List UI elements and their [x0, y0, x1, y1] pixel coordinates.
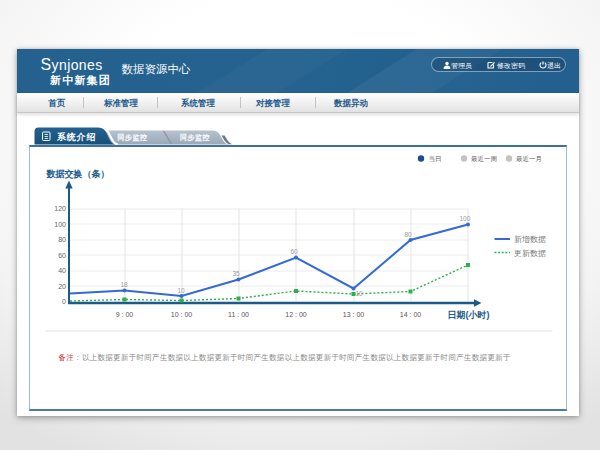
svg-text:40: 40 [58, 267, 66, 274]
svg-text:14 : 00: 14 : 00 [399, 311, 421, 318]
svg-text:80: 80 [404, 231, 412, 238]
svg-text:10: 10 [177, 287, 185, 294]
svg-text:当日: 当日 [428, 155, 441, 162]
svg-text:120: 120 [54, 205, 66, 212]
svg-text:更新数据: 更新数据 [514, 249, 546, 258]
svg-text:9 : 00: 9 : 00 [115, 311, 133, 318]
svg-text:最近一月: 最近一月 [516, 155, 542, 163]
svg-text:60: 60 [290, 248, 298, 255]
svg-text:系统介绍: 系统介绍 [56, 132, 96, 142]
svg-text:10: 10 [355, 290, 363, 297]
svg-text:35: 35 [232, 270, 240, 277]
svg-text:20: 20 [58, 283, 66, 290]
svg-text:最近一周: 最近一周 [471, 155, 497, 162]
svg-text:同步监控: 同步监控 [118, 133, 148, 142]
svg-text:日期(小时): 日期(小时) [447, 310, 489, 320]
svg-text:数据交换（条）: 数据交换（条） [45, 169, 109, 179]
svg-text:13 : 00: 13 : 00 [342, 311, 364, 318]
svg-text:同步监控: 同步监控 [180, 133, 210, 142]
svg-text:12 : 00: 12 : 00 [285, 311, 307, 318]
svg-text:80: 80 [58, 236, 66, 243]
svg-text:备注：以上数据更新于时间产生数据以上数据更新于时间产生数据以: 备注：以上数据更新于时间产生数据以上数据更新于时间产生数据以上数据更新于时间产生… [58, 353, 510, 362]
svg-text:60: 60 [58, 252, 66, 259]
svg-text:18: 18 [120, 281, 128, 288]
svg-text:新增数据: 新增数据 [514, 235, 546, 244]
svg-text:0: 0 [62, 298, 66, 305]
svg-text:10 : 00: 10 : 00 [170, 311, 192, 318]
svg-text:100: 100 [54, 221, 66, 228]
svg-text:100: 100 [459, 215, 470, 222]
svg-text:11 : 00: 11 : 00 [228, 311, 249, 318]
